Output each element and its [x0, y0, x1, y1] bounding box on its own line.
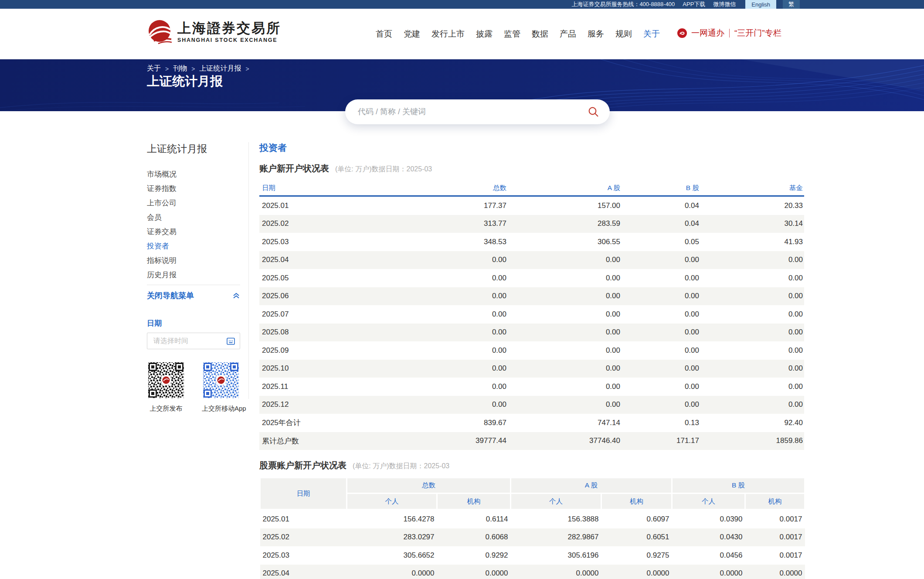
sidebar-item-6[interactable]: 投资者 — [147, 239, 240, 253]
page: 上海证券交易所服务热线：400-8888-400 APP下载 微博微信 Engl… — [0, 0, 924, 579]
cell-value: 1859.86 — [700, 432, 804, 450]
cell-value: 0.00 — [700, 269, 804, 287]
cell-date: 2025.01 — [259, 196, 368, 215]
search-input[interactable] — [357, 107, 588, 117]
one-stop-link[interactable]: 一网通办 — [691, 27, 724, 39]
breadcrumb-separator: > — [191, 65, 195, 72]
nav-item-5[interactable]: 监管 — [504, 28, 520, 40]
nav-item-8[interactable]: 服务 — [588, 28, 604, 40]
sidebar-item-3[interactable]: 上市公司 — [147, 196, 240, 210]
cell-value: 0.6114 — [437, 510, 511, 528]
sidebar-divider — [147, 285, 240, 285]
breadcrumb-item-3[interactable]: 上证统计月报 — [199, 64, 241, 73]
cell-value: 0.6068 — [437, 528, 511, 547]
account-table-header-row: 日期 总数 A 股 B 股 基金 — [259, 181, 804, 196]
chevron-double-up-icon — [232, 293, 240, 299]
table-row: 2025.120.000.000.000.00 — [259, 396, 804, 414]
app-download-link[interactable]: APP下载 — [683, 0, 705, 9]
nav-item-10[interactable]: 关于 — [643, 28, 660, 40]
breadcrumb-item-1[interactable]: 关于 — [147, 64, 161, 73]
column-header-a-share[interactable]: A 股 — [508, 181, 622, 196]
cell-value: 0.04 — [622, 196, 700, 215]
stock-table-title: 股票账户新开户状况表 — [259, 460, 346, 471]
table-row: 2025.090.000.000.000.00 — [259, 341, 804, 360]
breadcrumb-item-2[interactable]: 刊物 — [173, 64, 187, 73]
nav-item-2[interactable]: 党建 — [404, 28, 420, 40]
account-table-meta: (单位: 万户)数据日期：2025-03 — [335, 165, 432, 174]
logo-english-name: SHANGHAI STOCK EXCHANGE — [177, 37, 281, 43]
cell-value: 0.00 — [368, 360, 508, 378]
sankaimen-link[interactable]: “三开门”专栏 — [734, 27, 781, 39]
cell-value: 156.3888 — [511, 510, 601, 528]
sidebar-item-2[interactable]: 证券指数 — [147, 181, 240, 196]
cell-value: 0.9292 — [437, 546, 511, 565]
cell-value: 0.0000 — [511, 565, 601, 579]
cell-value: 0.00 — [700, 360, 804, 378]
date-picker[interactable] — [147, 333, 240, 349]
nav-item-7[interactable]: 产品 — [560, 28, 576, 40]
calendar-icon[interactable] — [226, 337, 235, 346]
sidebar-item-5[interactable]: 证券交易 — [147, 225, 240, 239]
cell-value: 0.9275 — [601, 546, 672, 565]
cell-value: 0.00 — [622, 341, 700, 360]
cell-value: 0.00 — [508, 360, 622, 378]
nav-item-6[interactable]: 数据 — [532, 28, 548, 40]
cell-value: 306.55 — [508, 233, 622, 251]
column-header-b-share[interactable]: B 股 — [622, 181, 700, 196]
sse-logo[interactable]: 上海證券交易所 SHANGHAI STOCK EXCHANGE — [147, 19, 281, 44]
nav-item-1[interactable]: 首页 — [376, 28, 392, 40]
cell-date: 2025年合计 — [259, 414, 368, 432]
cell-value: 0.0390 — [672, 510, 745, 528]
cell-date: 2025.09 — [259, 341, 368, 360]
nav-item-3[interactable]: 发行上市 — [431, 28, 465, 40]
sidebar-item-7[interactable]: 指标说明 — [147, 253, 240, 268]
nav-item-4[interactable]: 披露 — [476, 28, 493, 40]
sidebar-item-8[interactable]: 历史月报 — [147, 268, 240, 282]
nav-item-9[interactable]: 规则 — [615, 28, 632, 40]
column-header-date[interactable]: 日期 — [259, 181, 368, 196]
stock-table-head: 股票账户新开户状况表 (单位: 万户)数据日期：2025-03 — [259, 460, 804, 471]
cell-value: 0.0017 — [745, 546, 805, 565]
sidebar-item-1[interactable]: 市场概况 — [147, 167, 240, 181]
cell-value: 0.00 — [368, 305, 508, 324]
column-header-total[interactable]: 总数 — [368, 181, 508, 196]
qr-sse-mobile-app: 上交所移动App — [202, 361, 240, 413]
date-picker-input[interactable] — [153, 337, 226, 345]
cell-date: 2025.04 — [259, 251, 368, 269]
lang-english-tab[interactable]: English — [745, 0, 776, 9]
cell-date: 2025.05 — [259, 269, 368, 287]
sub-header-individual: 个人 — [347, 494, 437, 510]
weibo-wechat-link[interactable]: 微博微信 — [713, 0, 736, 9]
table-row: 2025.100.000.000.000.00 — [259, 360, 804, 378]
cell-value: 0.0017 — [745, 528, 805, 547]
search-icon[interactable] — [588, 106, 599, 118]
cell-value: 0.00 — [508, 305, 622, 324]
cell-date: 2025.02 — [260, 528, 347, 547]
cell-value: 0.04 — [622, 215, 700, 233]
table-row: 2025.01156.42780.6114156.38880.60970.039… — [260, 510, 805, 528]
account-table-title: 账户新开户状况表 — [259, 163, 329, 174]
table-row: 2025.03305.66520.9292305.61960.92750.045… — [260, 546, 805, 565]
quick-links-divider — [729, 29, 730, 37]
column-header-fund[interactable]: 基金 — [700, 181, 804, 196]
table-row: 2025.050.000.000.000.00 — [259, 269, 804, 287]
cell-value: 0.00 — [622, 396, 700, 414]
cell-date: 2025.07 — [259, 305, 368, 324]
main-nav: 首页党建发行上市披露监管数据产品服务规则关于 — [376, 28, 660, 40]
sub-header-individual: 个人 — [511, 494, 601, 510]
cell-value: 0.00 — [700, 396, 804, 414]
sub-header-institution: 机构 — [745, 494, 805, 510]
lang-traditional-tab[interactable]: 繁 — [783, 0, 800, 9]
cell-value: 0.6097 — [601, 510, 672, 528]
sidebar-nav: 市场概况证券指数上市公司会员证券交易投资者指标说明历史月报 — [147, 167, 240, 282]
cell-value: 37746.40 — [508, 432, 622, 450]
cell-value: 0.00 — [622, 378, 700, 396]
cell-date: 2025.06 — [259, 287, 368, 306]
sidebar-item-4[interactable]: 会员 — [147, 210, 240, 225]
cell-value: 313.77 — [368, 215, 508, 233]
qr-section: 上交所发布 — [147, 361, 240, 413]
qr-code-black — [147, 361, 185, 399]
account-table-head: 账户新开户状况表 (单位: 万户)数据日期：2025-03 — [259, 163, 804, 174]
collapse-nav-button[interactable]: 关闭导航菜单 — [147, 290, 240, 301]
cell-value: 0.00 — [622, 360, 700, 378]
